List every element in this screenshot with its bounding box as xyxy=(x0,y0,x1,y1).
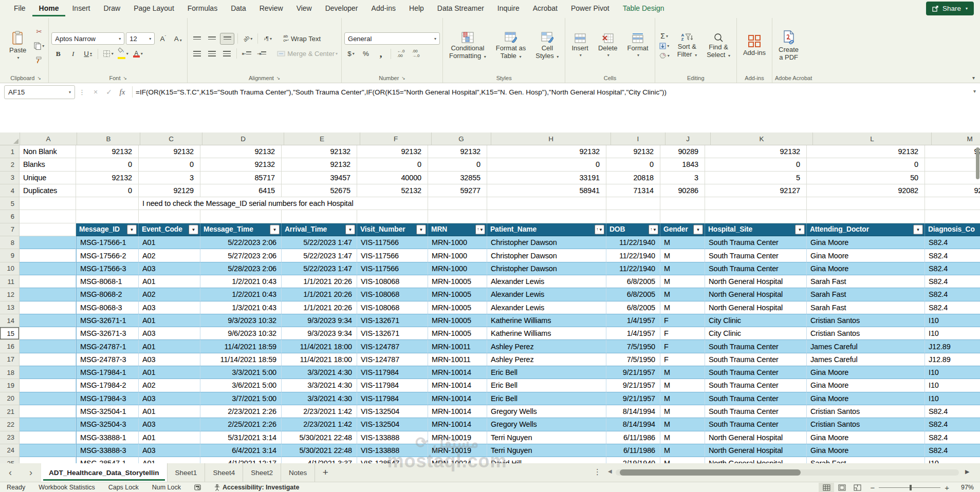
cell[interactable]: 3/3/2021 4:30 xyxy=(282,392,357,405)
cell[interactable]: MRN-10024 xyxy=(428,457,487,463)
cell[interactable]: S82.4 xyxy=(925,288,980,301)
cell[interactable]: A02 xyxy=(139,249,200,262)
cell[interactable]: MSG-32504-3 xyxy=(76,418,139,431)
tab-help[interactable]: Help xyxy=(402,0,431,16)
dialog-launcher-icon[interactable]: ↘ xyxy=(37,75,41,81)
cell[interactable]: 5/30/2021 22:48 xyxy=(282,444,357,457)
sheet-nav-next-icon[interactable]: › xyxy=(21,463,41,482)
cell[interactable]: 92132 xyxy=(76,172,139,184)
cell[interactable]: S82.4 xyxy=(925,249,980,262)
cell[interactable]: MSG-8068-1 xyxy=(76,275,139,288)
cell[interactable] xyxy=(606,197,660,210)
cell[interactable]: Cristian Santos xyxy=(807,314,925,327)
cell[interactable] xyxy=(487,210,606,223)
cell[interactable]: 92132 xyxy=(200,158,282,171)
cell[interactable]: Katherine Williams xyxy=(487,314,606,327)
zoom-in-button[interactable]: + xyxy=(945,483,949,492)
cell[interactable]: South Trauma Center xyxy=(705,340,807,353)
cell[interactable]: MSG-17566-3 xyxy=(76,262,139,275)
cell[interactable]: S82.4 xyxy=(925,262,980,275)
vertical-scrollbar[interactable] xyxy=(975,145,980,463)
table-header-hospital_site[interactable]: Hospital_Site▼ xyxy=(705,223,807,236)
cell[interactable]: MRN-10005 xyxy=(428,275,487,288)
cell[interactable] xyxy=(807,210,925,223)
cell[interactable]: 92132 xyxy=(606,145,660,158)
cell[interactable] xyxy=(807,197,925,210)
cell[interactable]: MSG-8068-2 xyxy=(76,288,139,301)
formula-bar-expand-icon[interactable]: ▾ xyxy=(973,88,976,94)
cell[interactable]: North General Hospital xyxy=(705,457,807,463)
table-header-event_code[interactable]: Event_Code▼ xyxy=(139,223,200,236)
row-header-12[interactable]: 12 xyxy=(0,288,20,301)
tab-page-layout[interactable]: Page Layout xyxy=(127,0,181,16)
cell[interactable]: VIS-132671 xyxy=(357,327,428,340)
percent-button[interactable]: % xyxy=(359,48,373,59)
decrease-decimal-button[interactable]: .00→.0 xyxy=(409,48,422,59)
fill-color-button[interactable]: ▾ xyxy=(116,48,130,59)
cell[interactable]: Gina Moore xyxy=(807,249,925,262)
cell[interactable]: 92132 xyxy=(925,145,980,158)
cell[interactable]: VIS-132671 xyxy=(357,314,428,327)
column-header-K[interactable]: K xyxy=(711,133,813,145)
cell[interactable]: MSG-33888-3 xyxy=(76,444,139,457)
cell[interactable] xyxy=(20,366,76,379)
sheet-tab-active[interactable]: ADT_Healthcare_Data_Storytellin xyxy=(41,463,168,482)
text-direction-button[interactable]: ›¶▾ xyxy=(261,33,274,44)
tab-home[interactable]: Home xyxy=(32,0,66,16)
cell[interactable] xyxy=(925,158,980,171)
cell[interactable]: VIS-108068 xyxy=(357,275,428,288)
cell[interactable]: A01 xyxy=(139,431,200,444)
cell[interactable]: S82.4 xyxy=(925,275,980,288)
tab-file[interactable]: File xyxy=(7,0,32,16)
column-header-I[interactable]: I xyxy=(611,133,665,145)
filter-button[interactable]: ▼ xyxy=(693,224,703,234)
orientation-button[interactable]: ab▾ xyxy=(241,33,254,44)
cell[interactable] xyxy=(20,262,76,275)
column-header-F[interactable]: F xyxy=(360,133,432,145)
cell[interactable]: A01 xyxy=(139,275,200,288)
cell[interactable]: Christopher Dawson xyxy=(487,249,606,262)
cell[interactable]: South Trauma Center xyxy=(705,249,807,262)
row-header-21[interactable]: 21 xyxy=(0,405,20,418)
cell[interactable]: MSG-28547-1 xyxy=(76,457,139,463)
cell[interactable]: MSG-17566-1 xyxy=(76,236,139,249)
cell[interactable]: 92132 xyxy=(428,145,487,158)
cell[interactable] xyxy=(139,210,200,223)
table-header-message_id[interactable]: Message_ID▼ xyxy=(76,223,139,236)
currency-button[interactable]: $▾ xyxy=(344,48,358,59)
decrease-indent-button[interactable]: ⇤ xyxy=(240,48,253,59)
cell[interactable] xyxy=(20,301,76,314)
cell[interactable]: 11/4/2021 18:59 xyxy=(200,340,282,353)
row-header-8[interactable]: 8 xyxy=(0,236,20,249)
cell[interactable]: S82.4 xyxy=(925,444,980,457)
cell[interactable]: I10 xyxy=(925,314,980,327)
cell[interactable]: North General Hospital xyxy=(705,275,807,288)
cell[interactable]: S82.4 xyxy=(925,236,980,249)
cell[interactable] xyxy=(925,197,980,210)
cell[interactable]: VIS-108068 xyxy=(357,288,428,301)
cell[interactable]: David Hill xyxy=(487,457,606,463)
cell[interactable]: MRN-10019 xyxy=(428,431,487,444)
cell[interactable]: 9/21/1957 xyxy=(606,379,660,392)
cell[interactable]: Sarah Fast xyxy=(807,457,925,463)
cell[interactable]: Sarah Fast xyxy=(807,275,925,288)
cell[interactable] xyxy=(357,210,428,223)
cell[interactable] xyxy=(20,197,76,210)
cell[interactable]: M xyxy=(660,301,705,314)
cell[interactable]: 5/22/2023 1:47 xyxy=(282,249,357,262)
cell[interactable]: 2/23/2021 1:42 xyxy=(282,418,357,431)
cell[interactable]: 2/19/1940 xyxy=(606,457,660,463)
cell[interactable] xyxy=(20,314,76,327)
cell[interactable]: Unique xyxy=(20,172,76,184)
cell[interactable]: 3/6/2021 5:00 xyxy=(200,379,282,392)
cell[interactable] xyxy=(282,210,357,223)
cell[interactable]: VIS-133888 xyxy=(357,444,428,457)
macro-record-icon[interactable] xyxy=(188,484,208,490)
tab-power-pivot[interactable]: Power Pivot xyxy=(564,0,616,16)
cell[interactable]: Gina Moore xyxy=(807,379,925,392)
column-header-D[interactable]: D xyxy=(202,133,284,145)
cell[interactable]: I10 xyxy=(925,457,980,463)
cell[interactable] xyxy=(20,210,76,223)
cell[interactable]: MRN-10014 xyxy=(428,392,487,405)
filter-button[interactable]: ▼ xyxy=(795,224,805,234)
